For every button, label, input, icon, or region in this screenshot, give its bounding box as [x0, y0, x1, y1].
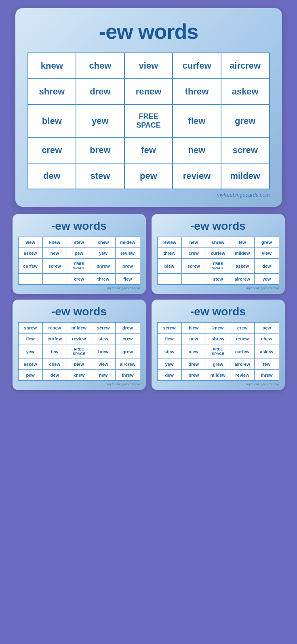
- small-cell-0-1-2: pew: [67, 248, 91, 259]
- small-cell-2-2-4: grew: [116, 344, 140, 359]
- small-cell-2-1-1: curfew: [42, 333, 67, 344]
- small-cell-0-1-3: yew: [91, 248, 116, 259]
- main-cell-1-0: shrew: [28, 79, 76, 105]
- main-cell-3-0: crew: [28, 137, 76, 163]
- small-cell-3-0-4: pew: [255, 322, 279, 333]
- small-cell-2-3-4: aircrew: [116, 359, 140, 370]
- small-cell-1-1-3: mildew: [230, 248, 255, 259]
- small-cell-0-2-0: curfew: [18, 259, 42, 274]
- main-cell-3-4: screw: [221, 137, 270, 163]
- small-cell-1-1-2: curfew: [206, 248, 230, 259]
- main-cell-0-0: knew: [28, 53, 76, 79]
- small-card-1: -ew wordsreviewnewshrewfewgrewthrewcrewc…: [152, 214, 285, 294]
- small-card-3: -ew wordsscrewblewknewcrewpewflewnewshre…: [152, 300, 285, 390]
- small-cell-3-3-0: yew: [157, 359, 181, 370]
- small-cell-3-4-2: mildew: [206, 370, 230, 381]
- small-cell-1-3-2: stew: [206, 273, 230, 284]
- small-cell-2-0-4: drew: [116, 322, 140, 333]
- small-cell-2-3-3: view: [91, 359, 116, 370]
- small-watermark-0: myfreebingocards.com: [18, 286, 140, 290]
- small-cell-3-1-2: shrew: [206, 333, 230, 344]
- small-cell-3-0-3: crew: [230, 322, 255, 333]
- small-cell-2-2-0: yew: [18, 344, 42, 359]
- small-cell-0-3-2: crew: [67, 273, 91, 284]
- small-cell-2-4-2: knew: [67, 370, 91, 381]
- small-cell-0-1-0: askew: [18, 248, 42, 259]
- small-watermark-1: myfreebingocards.com: [157, 286, 279, 290]
- small-cell-1-3-3: aircrew: [230, 273, 255, 284]
- small-cell-2-1-0: flew: [18, 333, 42, 344]
- small-cell-3-2-1: view: [181, 344, 206, 359]
- main-cell-0-4: aircrew: [221, 53, 270, 79]
- small-cell-3-2-2: FREESPACE: [206, 344, 230, 359]
- small-card-title-1: -ew words: [157, 220, 279, 233]
- small-cell-3-4-0: dew: [157, 370, 181, 381]
- small-cell-0-3-4: flew: [116, 273, 140, 284]
- small-cell-1-2-1: screw: [181, 259, 206, 274]
- small-bingo-table-1: reviewnewshrewfewgrewthrewcrewcurfewmild…: [157, 237, 279, 285]
- small-bingo-table-0: viewknewstewchewmildewaskewnewpewyewrevi…: [18, 237, 140, 285]
- small-cell-2-4-0: pew: [18, 370, 42, 381]
- small-cell-2-0-3: screw: [91, 322, 116, 333]
- small-cell-3-4-4: threw: [255, 370, 279, 381]
- small-cell-1-3-4: yew: [255, 273, 279, 284]
- small-cell-0-0-0: view: [18, 237, 42, 248]
- main-cell-3-1: brew: [76, 137, 124, 163]
- small-cell-1-0-3: few: [230, 237, 255, 248]
- small-cell-2-2-1: few: [42, 344, 67, 359]
- small-bingo-table-3: screwblewknewcrewpewflewnewshrewrenewche…: [157, 322, 279, 381]
- small-cell-0-0-4: mildew: [116, 237, 140, 248]
- small-cell-1-1-0: threw: [157, 248, 181, 259]
- main-cell-2-1: yew: [76, 105, 124, 137]
- main-cell-1-2: renew: [124, 79, 173, 105]
- small-cell-2-3-2: blew: [67, 359, 91, 370]
- main-cell-4-2: pew: [124, 163, 173, 189]
- main-cell-0-2: view: [124, 53, 173, 79]
- small-cell-2-3-0: askew: [18, 359, 42, 370]
- small-cell-1-0-4: grew: [255, 237, 279, 248]
- small-cell-1-3-0: [157, 273, 181, 284]
- small-cell-0-2-2: FREESPACE: [67, 259, 91, 274]
- small-cell-2-0-2: mildew: [67, 322, 91, 333]
- main-cell-4-3: review: [173, 163, 221, 189]
- small-cell-1-0-2: shrew: [206, 237, 230, 248]
- main-cell-3-2: few: [124, 137, 173, 163]
- main-cell-2-0: blew: [28, 105, 76, 137]
- small-cell-3-3-4: few: [255, 359, 279, 370]
- small-cell-1-0-1: new: [181, 237, 206, 248]
- small-cell-3-1-1: new: [181, 333, 206, 344]
- main-cell-1-4: askew: [221, 79, 270, 105]
- main-cell-4-4: mildew: [221, 163, 270, 189]
- small-cell-0-2-3: shrew: [91, 259, 116, 274]
- main-bingo-table: knewchewviewcurfewaircrewshrewdrewrenewt…: [27, 52, 270, 189]
- small-cell-0-0-2: stew: [67, 237, 91, 248]
- small-cell-1-1-4: view: [255, 248, 279, 259]
- main-cell-3-3: new: [173, 137, 221, 163]
- small-cell-0-1-4: review: [116, 248, 140, 259]
- small-cards-container: -ew wordsviewknewstewchewmildewaskewnewp…: [8, 214, 289, 390]
- small-cell-3-3-3: aircrew: [230, 359, 255, 370]
- small-cell-2-0-0: shrew: [18, 322, 42, 333]
- small-cell-1-1-1: crew: [181, 248, 206, 259]
- small-cell-1-0-0: review: [157, 237, 181, 248]
- main-card-title: -ew words: [27, 19, 270, 44]
- small-watermark-3: myfreebingocards.com: [157, 382, 279, 386]
- small-cell-3-1-0: flew: [157, 333, 181, 344]
- small-cell-2-0-1: renew: [42, 322, 67, 333]
- small-cell-0-2-4: brew: [116, 259, 140, 274]
- small-cell-1-2-2: FREESPACE: [206, 259, 230, 274]
- small-cell-3-2-3: curfew: [230, 344, 255, 359]
- main-cell-1-1: drew: [76, 79, 124, 105]
- small-cell-3-1-3: renew: [230, 333, 255, 344]
- small-cell-2-3-1: chew: [42, 359, 67, 370]
- small-watermark-2: myfreebingocards.com: [18, 382, 140, 386]
- small-cell-1-3-1: [181, 273, 206, 284]
- main-bingo-card: -ew words knewchewviewcurfewaircrewshrew…: [15, 8, 282, 207]
- small-card-0: -ew wordsviewknewstewchewmildewaskewnewp…: [13, 214, 146, 294]
- small-card-title-0: -ew words: [18, 220, 140, 233]
- small-cell-3-4-3: review: [230, 370, 255, 381]
- small-cell-3-0-0: screw: [157, 322, 181, 333]
- small-cell-2-4-3: new: [91, 370, 116, 381]
- small-card-title-2: -ew words: [18, 305, 140, 318]
- main-cell-2-4: grew: [221, 105, 270, 137]
